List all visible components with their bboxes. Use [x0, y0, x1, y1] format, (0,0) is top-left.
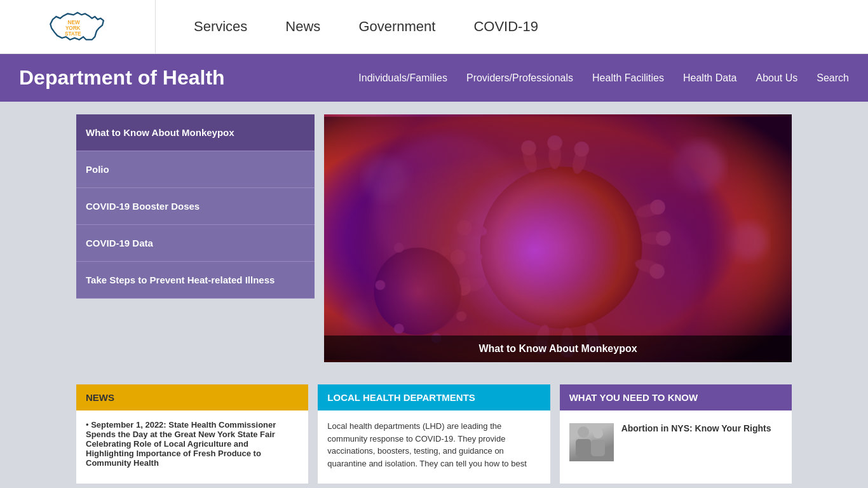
nav-news[interactable]: News: [285, 18, 320, 35]
svg-point-10: [635, 201, 665, 220]
svg-point-33: [375, 280, 385, 290]
hero-image: [324, 114, 792, 362]
svg-point-29: [451, 250, 466, 265]
know-section: WHAT YOU NEED TO KNOW Abortion in NYS: K…: [560, 384, 792, 484]
sidebar-links: What to Know About Monkeypox Polio COVID…: [76, 114, 315, 362]
svg-point-36: [456, 311, 466, 322]
svg-point-11: [641, 232, 668, 245]
know-item-text: Abortion in NYS: Know Your Rights: [621, 423, 771, 433]
news-section-header: NEWS: [76, 384, 308, 410]
svg-point-12: [634, 257, 663, 276]
dept-header: Department of Health Individuals/Familie…: [0, 54, 868, 102]
hero-area: What to Know About Monkeypox: [324, 114, 792, 362]
dept-nav: Individuals/Families Providers/Professio…: [358, 72, 849, 84]
svg-point-21: [574, 142, 590, 157]
sidebar-link-monkeypox[interactable]: What to Know About Monkeypox: [76, 114, 315, 151]
top-nav-links: Services News Government COVID-19: [156, 18, 538, 35]
know-item[interactable]: Abortion in NYS: Know Your Rights: [569, 423, 782, 461]
svg-point-4: [374, 135, 524, 285]
svg-point-41: [365, 157, 409, 201]
nys-logo[interactable]: NEW YORK STATE: [46, 8, 109, 46]
svg-point-6: [480, 166, 642, 329]
svg-point-31: [374, 248, 461, 335]
know-section-body: Abortion in NYS: Know Your Rights: [560, 410, 792, 471]
svg-point-24: [649, 264, 665, 279]
svg-point-32: [394, 243, 404, 253]
svg-text:YORK: YORK: [65, 25, 81, 31]
svg-point-23: [656, 231, 671, 246]
lhd-section-header: LOCAL HEALTH DEPARTMENTS: [318, 384, 550, 410]
svg-point-43: [578, 426, 589, 438]
logo-area: NEW YORK STATE: [0, 0, 156, 53]
hero-caption: What to Know About Monkeypox: [324, 336, 792, 362]
nav-search[interactable]: Search: [817, 72, 849, 84]
svg-point-30: [457, 220, 472, 236]
svg-rect-44: [576, 439, 591, 457]
svg-point-20: [547, 135, 562, 151]
lhd-section-body: Local health departments (LHD) are leadi…: [318, 410, 550, 479]
svg-point-8: [548, 142, 561, 169]
nav-services[interactable]: Services: [194, 18, 247, 35]
news-item-text: September 1, 2022: State Health Commissi…: [86, 420, 276, 468]
sidebar-link-covid-data[interactable]: COVID-19 Data: [76, 225, 315, 262]
svg-point-37: [459, 277, 470, 287]
nav-health-data[interactable]: Health Data: [683, 72, 737, 84]
know-thumbnail-image: [569, 423, 614, 461]
svg-point-7: [520, 144, 539, 174]
svg-point-42: [346, 301, 377, 332]
svg-point-18: [459, 219, 489, 238]
svg-point-22: [650, 200, 665, 215]
svg-rect-46: [591, 440, 605, 456]
sidebar-link-covid-booster[interactable]: COVID-19 Booster Doses: [76, 188, 315, 225]
news-section: NEWS September 1, 2022: State Health Com…: [76, 384, 308, 484]
svg-rect-3: [324, 117, 792, 360]
svg-point-40: [729, 222, 767, 260]
nav-providers-professionals[interactable]: Providers/Professionals: [466, 72, 573, 84]
main-content: What to Know About Monkeypox Polio COVID…: [0, 102, 868, 375]
nav-covid19[interactable]: COVID-19: [473, 18, 538, 35]
svg-point-38: [441, 246, 451, 256]
hero-svg: [324, 114, 792, 362]
nav-government[interactable]: Government: [358, 18, 435, 35]
svg-text:STATE: STATE: [65, 31, 81, 37]
top-navigation: NEW YORK STATE Services News Government …: [0, 0, 868, 54]
svg-text:NEW: NEW: [68, 20, 80, 25]
lhd-section-text: Local health departments (LHD) are leadi…: [327, 420, 540, 470]
know-thumbnail: [569, 423, 614, 461]
svg-point-5: [574, 210, 698, 335]
dept-title: Department of Health: [19, 66, 225, 90]
sidebar-link-polio[interactable]: Polio: [76, 151, 315, 188]
svg-point-34: [394, 323, 404, 334]
svg-point-45: [593, 428, 603, 438]
svg-point-19: [521, 140, 536, 156]
bottom-sections: NEWS September 1, 2022: State Health Com…: [0, 375, 868, 488]
svg-point-17: [455, 251, 482, 264]
lhd-section: LOCAL HEALTH DEPARTMENTS Local health de…: [318, 384, 550, 484]
svg-point-39: [674, 142, 724, 192]
nav-health-facilities[interactable]: Health Facilities: [592, 72, 664, 84]
nav-about-us[interactable]: About Us: [756, 72, 797, 84]
svg-point-28: [456, 281, 471, 296]
svg-point-9: [570, 146, 589, 175]
sidebar-link-heat[interactable]: Take Steps to Prevent Heat-related Illne…: [76, 262, 315, 299]
know-section-header: WHAT YOU NEED TO KNOW: [560, 384, 792, 410]
nav-individuals-families[interactable]: Individuals/Families: [358, 72, 447, 84]
svg-point-16: [458, 276, 487, 295]
news-item[interactable]: September 1, 2022: State Health Commissi…: [86, 420, 299, 468]
news-section-body: September 1, 2022: State Health Commissi…: [76, 410, 308, 484]
